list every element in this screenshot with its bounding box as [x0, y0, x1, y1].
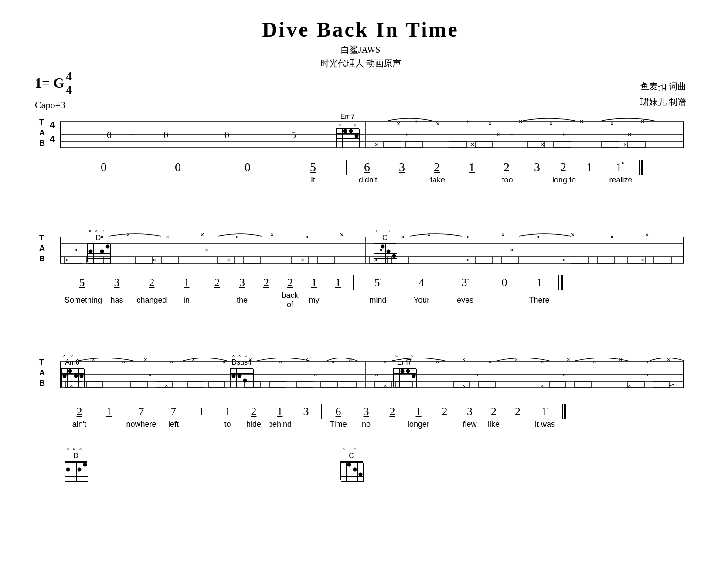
chord-d-bottom-label: D [65, 452, 87, 460]
s2-1c: 1 [326, 276, 350, 289]
svg-text:×: × [610, 233, 614, 240]
svg-text:×: × [153, 257, 156, 264]
svg-text:B: B [39, 254, 45, 263]
svg-text:0: 0 [107, 129, 112, 140]
svg-text:×: × [541, 382, 544, 389]
s3-1c: 1 [214, 405, 241, 418]
svg-rect-91 [370, 257, 387, 263]
svg-text:×: × [305, 356, 309, 363]
s2-4: 4 [400, 276, 443, 289]
s3-3b: 3 [353, 405, 379, 418]
section2: ××○ D [35, 228, 686, 309]
svg-text:×: × [192, 356, 195, 363]
l3-hide: hide [241, 420, 267, 429]
svg-rect-74 [243, 257, 261, 263]
svg-text:×: × [667, 356, 670, 363]
svg-text:×: × [488, 120, 492, 127]
svg-text:×: × [248, 356, 252, 363]
l2-my: my [302, 296, 326, 305]
svg-rect-139 [244, 382, 261, 387]
s3-6: 6 [323, 405, 353, 418]
s3-7b: 7 [159, 405, 188, 418]
s3-1: 1 [94, 405, 124, 418]
svg-text:×: × [126, 231, 130, 238]
svg-text:×: × [74, 358, 78, 365]
l3-no: no [353, 420, 379, 429]
svg-rect-136 [156, 382, 173, 387]
lyric-take: take [420, 176, 455, 185]
section2-lyrics: Something has changed in the back of my … [35, 291, 686, 309]
svg-text:×: × [92, 356, 95, 363]
svg-text:×: × [610, 120, 614, 127]
svg-text:×: × [466, 233, 470, 240]
svg-text:-: - [510, 128, 513, 139]
num-6: 6 [350, 160, 384, 174]
credit-line2: 珺妹儿 制谱 [640, 94, 686, 110]
svg-text:×: × [562, 372, 566, 378]
num-1b: 1 [576, 160, 602, 174]
main-title: Dive Back In Time [35, 17, 686, 41]
svg-text:×: × [645, 358, 649, 365]
svg-text:A: A [39, 128, 45, 137]
section1: Em7 ○○ [35, 113, 686, 185]
svg-rect-133 [65, 382, 82, 387]
svg-rect-140 [269, 382, 286, 387]
l2-there: There [522, 296, 557, 305]
svg-text:0: 0 [163, 129, 168, 140]
svg-text:×: × [580, 118, 583, 125]
num-1dot: 1• [602, 160, 637, 174]
l2-mind: mind [356, 296, 400, 305]
s2-3: 3 [99, 276, 134, 289]
s2-3dot: 3• [443, 276, 487, 289]
l3-left: left [159, 420, 188, 429]
l3-nowhere: nowhere [124, 420, 159, 429]
l2-the: the [230, 296, 254, 305]
svg-text:×: × [567, 356, 570, 363]
l2-back: back of [278, 291, 302, 309]
num-2b: 2 [489, 160, 524, 174]
lyric-didnt: didn't [350, 176, 385, 185]
bottom-chords: ××○ D [35, 446, 686, 480]
s3-2f: 2 [506, 405, 530, 418]
s2-3b: 3 [230, 276, 254, 289]
svg-text:×: × [70, 382, 73, 389]
svg-text:×: × [165, 382, 168, 389]
s2-5dot: 5• [356, 276, 400, 289]
subtitle2: 时光代理人 动画原声 [35, 57, 686, 69]
l3-behind: behind [267, 420, 293, 429]
num-1: 1 [454, 160, 489, 174]
svg-text:×: × [549, 120, 553, 127]
s3-1dot: 1• [530, 405, 560, 418]
svg-rect-71 [135, 257, 153, 263]
s2-5: 5 [65, 276, 99, 289]
svg-text:×: × [510, 247, 514, 253]
s2-0: 0 [487, 276, 522, 289]
svg-text:×: × [401, 233, 405, 240]
s3-2e: 2 [482, 405, 506, 418]
svg-text:×: × [170, 358, 173, 365]
svg-text:0: 0 [224, 129, 229, 140]
s3-3: 3 [293, 405, 319, 418]
l3-to: to [214, 420, 241, 429]
svg-text:×: × [645, 372, 649, 378]
section1-numbers: 0 0 0 5 6 3 2 [35, 160, 686, 175]
section3-staff-svg: T A B × × × [35, 353, 686, 401]
l2-eyes: eyes [443, 296, 487, 305]
svg-rect-162 [375, 382, 391, 387]
svg-text:T: T [39, 233, 44, 242]
svg-text:×: × [201, 231, 204, 238]
l3-itwas: it was [530, 420, 560, 429]
svg-text:4: 4 [50, 134, 55, 145]
num-0b: 0 [143, 160, 213, 174]
l3-aint: ain't [65, 420, 94, 429]
svg-text:×: × [375, 372, 378, 378]
svg-rect-92 [391, 257, 409, 263]
svg-rect-75 [291, 257, 309, 263]
svg-text:×: × [466, 118, 470, 125]
svg-text:×: × [166, 233, 169, 240]
time-signature: 4 4 [66, 70, 72, 97]
svg-text:×: × [536, 233, 540, 240]
svg-text:A: A [39, 368, 45, 377]
l3-longer: longer [405, 420, 432, 429]
s2-1b: 1 [302, 276, 326, 289]
